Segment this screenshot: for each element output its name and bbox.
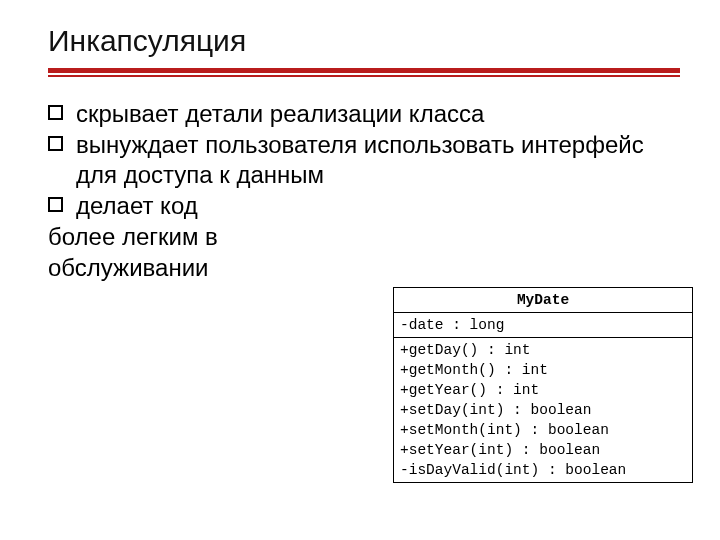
bullet-text: делает код (76, 192, 198, 219)
uml-attributes: -date : long (394, 313, 692, 338)
checkbox-icon (48, 105, 63, 120)
uml-operations: +getDay() : int +getMonth() : int +getYe… (394, 338, 692, 482)
content-area: скрывает детали реализации класса вынужд… (48, 99, 680, 283)
uml-operation: +getDay() : int (400, 340, 686, 360)
uml-operation: +setDay(int) : boolean (400, 400, 686, 420)
uml-operation: +getYear() : int (400, 380, 686, 400)
bullet-text: вынуждает пользователя использовать инте… (76, 131, 644, 189)
uml-operation: +setMonth(int) : boolean (400, 420, 686, 440)
title-rule (48, 68, 680, 77)
continuation-text: более легким в обслуживании (48, 222, 358, 283)
uml-operation: +setYear(int) : boolean (400, 440, 686, 460)
bullet-list: скрывает детали реализации класса вынужд… (48, 99, 680, 222)
slide: Инкапсуляция скрывает детали реализации … (0, 0, 720, 540)
uml-operation: +getMonth() : int (400, 360, 686, 380)
bullet-item: делает код (48, 191, 358, 222)
bullet-item: скрывает детали реализации класса (48, 99, 680, 130)
continuation-line: обслуживании (48, 253, 358, 284)
checkbox-icon (48, 136, 63, 151)
uml-operation: -isDayValid(int) : boolean (400, 460, 686, 480)
continuation-line: более легким в (48, 222, 358, 253)
bullet-item: вынуждает пользователя использовать инте… (48, 130, 680, 191)
uml-class-name: MyDate (394, 288, 692, 313)
checkbox-icon (48, 197, 63, 212)
uml-diagram: MyDate -date : long +getDay() : int +get… (393, 287, 693, 483)
slide-title: Инкапсуляция (48, 24, 680, 58)
uml-attribute: -date : long (400, 315, 686, 335)
bullet-text: скрывает детали реализации класса (76, 100, 484, 127)
